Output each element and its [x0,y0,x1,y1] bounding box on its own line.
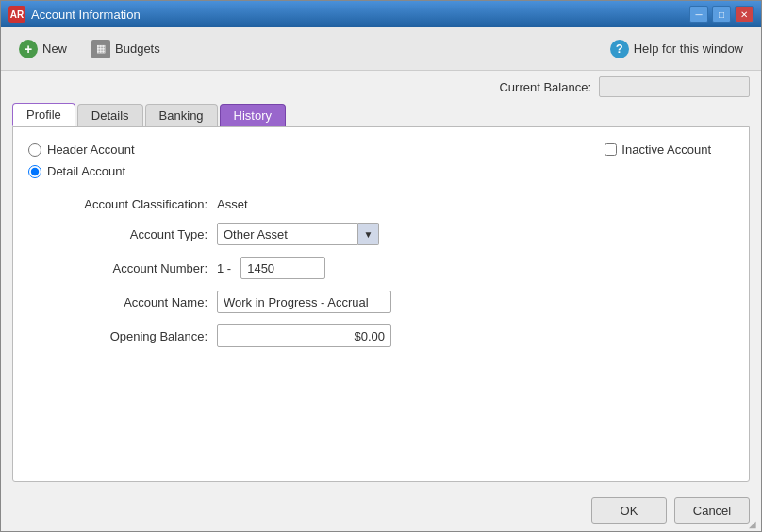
account-number-label: Account Number: [28,261,217,275]
account-classification-row: Account Classification: Asset [28,197,734,211]
inactive-account-label: Inactive Account [621,142,711,157]
account-name-input[interactable] [217,291,391,313]
header-account-label: Header Account [47,142,135,157]
window-title: Account Information [31,8,141,22]
account-type-row: Account Type: Other Asset Fixed Asset Cu… [28,223,734,245]
close-button[interactable]: ✕ [735,6,754,23]
account-number-input-group: 1 - [217,257,325,279]
title-controls: ─ □ ✕ [689,6,754,23]
account-number-row: Account Number: 1 - [28,257,734,279]
tab-bar: Profile Details Banking History [12,103,750,126]
budgets-label: Budgets [115,42,160,56]
account-classification-value: Asset [217,197,248,211]
main-window: AR Account Information ─ □ ✕ + New ▦ Bud… [0,0,762,532]
detail-account-radio[interactable] [28,165,41,178]
minimize-button[interactable]: ─ [689,6,708,23]
help-button[interactable]: ? Help for this window [600,34,754,64]
inactive-account-checkbox[interactable] [605,143,617,156]
detail-account-row: Detail Account [28,164,734,178]
footer: OK Cancel [1,490,761,531]
new-button[interactable]: + New [8,34,77,64]
account-name-label: Account Name: [28,295,217,309]
tab-history[interactable]: History [220,104,286,126]
budgets-icon: ▦ [91,40,110,58]
opening-balance-row: Opening Balance: [28,324,734,347]
tab-banking[interactable]: Banking [145,104,218,126]
resize-grip[interactable]: ◢ [749,519,760,530]
tab-details[interactable]: Details [77,104,143,126]
detail-account-label: Detail Account [47,164,125,178]
account-number-prefix: 1 - [217,261,231,275]
account-type-select[interactable]: Other Asset Fixed Asset Current Asset [217,223,358,245]
budgets-button[interactable]: ▦ Budgets [81,34,171,64]
header-account-radio[interactable] [28,143,41,157]
opening-balance-input[interactable] [217,324,391,347]
title-bar: AR Account Information ─ □ ✕ [1,1,761,27]
new-label: New [42,42,67,56]
opening-balance-label: Opening Balance: [28,329,217,343]
account-name-row: Account Name: [28,291,734,313]
current-balance-label: Current Balance: [499,80,591,94]
content-area: Profile Details Banking History Inactive… [1,103,761,490]
account-type-label: Account Type: [28,227,217,241]
account-type-dropdown-btn[interactable]: ▼ [358,223,379,245]
toolbar: + New ▦ Budgets ? Help for this window [1,27,761,71]
current-balance-field [599,76,750,97]
inactive-account-row: Inactive Account [605,142,711,157]
tab-profile[interactable]: Profile [12,103,75,126]
ok-button[interactable]: OK [591,497,667,524]
help-label: Help for this window [634,42,743,56]
balance-bar: Current Balance: [1,71,761,103]
new-icon: + [19,40,38,58]
help-icon: ? [610,40,629,58]
title-bar-left: AR Account Information [8,6,141,23]
account-type-select-wrapper: Other Asset Fixed Asset Current Asset ▼ [217,223,379,245]
form-panel: Inactive Account Header Account Detail A… [12,126,750,482]
cancel-button[interactable]: Cancel [674,497,750,524]
form-fields: Account Classification: Asset Account Ty… [28,197,734,347]
account-classification-label: Account Classification: [28,197,217,211]
account-number-input[interactable] [240,257,325,279]
app-icon: AR [8,6,25,23]
maximize-button[interactable]: □ [712,6,731,23]
